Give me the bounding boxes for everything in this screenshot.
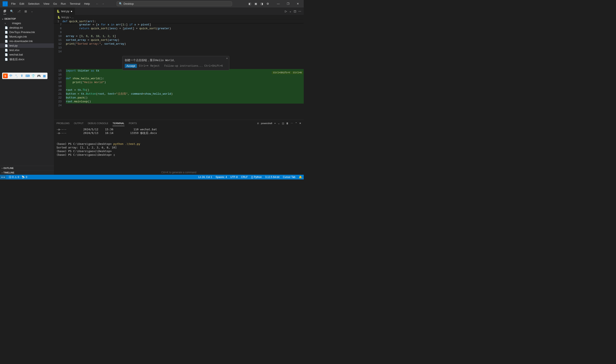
breadcrumb[interactable]: 🐍 test.py › ... <box>54 15 304 20</box>
search-sidebar-icon[interactable]: 🔍 <box>10 10 14 14</box>
code-line[interactable]: 20root = tk.Tk() <box>54 88 304 92</box>
more-terminal-icon[interactable]: ⋯ <box>291 122 293 125</box>
ime-keyboard-icon[interactable]: ⌨ <box>25 74 30 78</box>
code-line[interactable]: 10array = [3, 6, 8, 10, 1, 2, 1] <box>54 34 304 38</box>
code-line[interactable]: 21button = tk.Button(root, text="点击我", c… <box>54 92 304 96</box>
ime-game-icon[interactable]: 🎮 <box>36 74 41 78</box>
status-errors[interactable]: ⓧ 0 ⚠ 0 <box>9 175 19 179</box>
extensions-icon[interactable]: ▦ <box>24 10 27 14</box>
toggle-secondary-sidebar-icon[interactable]: ◨ <box>260 1 264 6</box>
status-ports[interactable]: 📡 0 <box>22 176 27 179</box>
menu-edit[interactable]: Edit <box>18 1 26 6</box>
code-line[interactable]: 11sorted_array = quick_sort(array) <box>54 38 304 42</box>
run-icon[interactable]: ▷ <box>285 10 287 13</box>
code-line[interactable]: 14 <box>54 50 304 54</box>
code-line[interactable]: 8 return quick_sort(less) + [pivot] + qu… <box>54 27 304 31</box>
tab-ports[interactable]: PORTS <box>129 121 137 126</box>
explorer-header[interactable]: ⌄ DESKTOP <box>0 16 54 21</box>
maximize-button[interactable]: ❐ <box>283 0 293 7</box>
close-window-button[interactable]: ✕ <box>293 0 303 7</box>
toggle-primary-sidebar-icon[interactable]: ◧ <box>248 1 252 6</box>
file-item-DevToys-Preview-lnk[interactable]: 📄DevToys Preview.lnk <box>0 30 54 34</box>
maximize-panel-icon[interactable]: ⌃ <box>295 122 297 125</box>
notifications-icon[interactable]: 🔔 <box>299 176 302 179</box>
terminal-chevron-icon[interactable]: ⌄ <box>278 122 280 125</box>
file-item-images[interactable]: images <box>0 21 54 26</box>
ime-skin-icon[interactable]: 👕 <box>31 74 36 78</box>
menu-help[interactable]: Help <box>82 1 92 6</box>
remote-indicator-icon[interactable]: ⟷ <box>0 175 6 180</box>
code-line[interactable]: 17def show_hello_world(): <box>54 77 304 80</box>
tab-terminal[interactable]: TERMINAL <box>112 121 124 126</box>
minimize-button[interactable]: — <box>273 0 283 7</box>
file-item--docx[interactable]: 📄修改后.docx <box>0 57 54 62</box>
code-line[interactable]: 12print("Sorted array:", sorted_array) <box>54 42 304 46</box>
status-interpreter[interactable]: 3.12.5 64-bit <box>265 176 280 179</box>
shortcut-badge[interactable]: Ctrl+Shift+Y <box>272 71 291 74</box>
more-actions-icon[interactable]: ⋯ <box>298 10 301 13</box>
code-line[interactable]: 22button.pack() <box>54 96 304 100</box>
status-cursor-pos[interactable]: Ln 24, Col 1 <box>198 176 212 179</box>
menu-go[interactable]: Go <box>52 1 59 6</box>
code-line[interactable]: 7 greater = [x for x in arr[1:] if x > p… <box>54 23 304 27</box>
nav-forward-icon[interactable]: → <box>101 1 105 6</box>
file-icon: 📄 <box>5 31 8 34</box>
tab-output[interactable]: OUTPUT <box>74 121 83 126</box>
menu-terminal[interactable]: Terminal <box>68 1 82 6</box>
status-cursor-tab[interactable]: Cursor Tab <box>283 176 295 179</box>
file-item-test-xlsx[interactable]: 📄test.xlsx <box>0 48 54 52</box>
source-control-icon[interactable]: ⎇ <box>17 10 21 14</box>
code-editor[interactable]: ✕ 创建一个点击按钮，显示Hello World。 Accept Ctrl+⌫ … <box>54 23 304 120</box>
ime-lang-button[interactable]: 中 <box>9 74 13 78</box>
explorer-icon[interactable]: 🗐 <box>3 10 6 14</box>
command-center[interactable]: 🔍 Desktop <box>117 1 232 6</box>
status-language[interactable]: {} Python <box>251 176 261 179</box>
followup-label[interactable]: Follow-up instructions... Ctrl+Shift+K <box>164 65 223 67</box>
split-terminal-icon[interactable]: ◫ <box>282 122 284 125</box>
ime-grid-icon[interactable]: ▦ <box>42 74 47 78</box>
new-terminal-icon[interactable]: + <box>274 122 276 125</box>
timeline-panel[interactable]: › TIMELINE <box>0 170 54 175</box>
split-editor-icon[interactable]: ◫ <box>294 10 296 13</box>
ime-punct-icon[interactable]: °, <box>14 74 19 78</box>
outline-panel[interactable]: › OUTLINE <box>0 166 54 170</box>
file-item-res-downloader-lnk[interactable]: 📄res-downloader.lnk <box>0 39 54 43</box>
tab-problems[interactable]: PROBLEMS <box>56 121 69 126</box>
shortcut-badge[interactable]: Ctrl+N <box>292 71 303 74</box>
code-line[interactable]: 19 <box>54 84 304 88</box>
settings-gear-icon[interactable]: ⚙ <box>266 1 270 6</box>
menu-file[interactable]: File <box>9 1 17 6</box>
code-line[interactable]: 13 <box>54 46 304 50</box>
code-line[interactable]: 23root.mainloop() <box>54 100 304 104</box>
terminal-profile-name[interactable]: powershell <box>261 122 272 125</box>
file-item-MoreLogin-lnk[interactable]: 📄MoreLogin.lnk <box>0 34 54 39</box>
reject-label[interactable]: Reject <box>150 65 160 67</box>
sticky-scroll[interactable]: 1 def quick_sort(arr): <box>54 20 304 23</box>
status-encoding[interactable]: UTF-8 <box>230 176 238 179</box>
code-line[interactable]: 24 <box>54 104 304 107</box>
accept-button[interactable]: Accept <box>125 64 137 68</box>
file-item-desktop-ini[interactable]: 📄desktop.ini <box>0 26 54 30</box>
close-panel-icon[interactable]: ✕ <box>299 122 301 125</box>
ime-voice-icon[interactable]: 🎙 <box>20 74 24 78</box>
run-chevron-icon[interactable]: ⌄ <box>289 10 291 13</box>
toggle-panel-icon[interactable]: ▣ <box>254 1 258 6</box>
terminal-content[interactable]: -a---- 2024/5/12 15:36 110 wechat.bat -a… <box>54 127 304 170</box>
menu-run[interactable]: Run <box>59 1 68 6</box>
file-item-wechat-bat[interactable]: 📄wechat.bat <box>0 52 54 57</box>
chevron-down-icon[interactable]: ⌄ <box>31 10 33 14</box>
tab-debug-console[interactable]: DEBUG CONSOLE <box>88 121 108 126</box>
code-line[interactable]: 9 <box>54 31 304 34</box>
status-eol[interactable]: CRLF <box>241 176 248 179</box>
menu-selection[interactable]: Selection <box>26 1 41 6</box>
code-line[interactable]: 18 print("Hello World") <box>54 80 304 84</box>
sogou-logo-icon[interactable]: S <box>3 74 8 78</box>
editor-tab-testpy[interactable]: 🐍 test.py ● <box>54 7 75 15</box>
menu-view[interactable]: View <box>42 1 51 6</box>
kill-terminal-icon[interactable]: 🗑 <box>286 122 288 125</box>
close-icon[interactable]: ✕ <box>226 57 228 60</box>
status-spaces[interactable]: Spaces: 4 <box>216 176 227 179</box>
file-item-test-py[interactable]: 📄test.py <box>0 43 54 48</box>
nav-back-icon[interactable]: ← <box>95 1 99 6</box>
code-line[interactable]: 16 <box>54 73 304 77</box>
